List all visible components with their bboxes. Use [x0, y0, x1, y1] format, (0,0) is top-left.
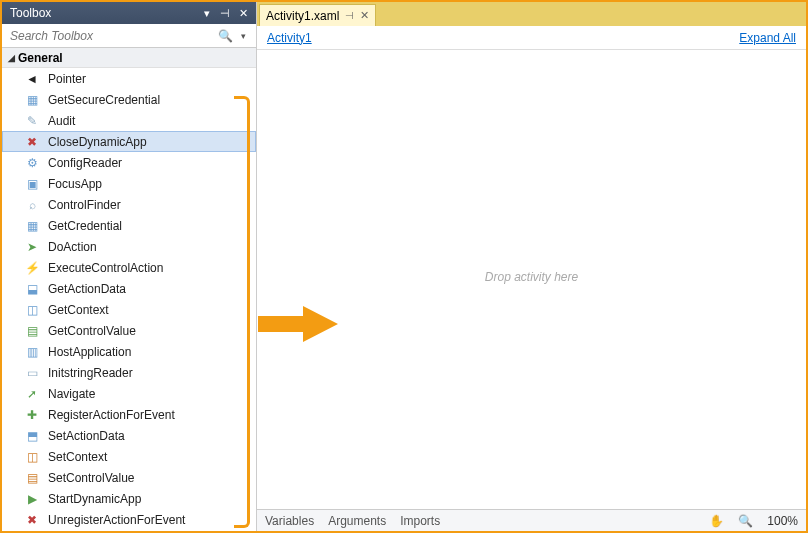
pointer-icon: ◄	[24, 71, 40, 87]
pan-icon[interactable]: ✋	[709, 514, 724, 528]
tool-item-label: Audit	[48, 114, 75, 128]
tool-item-label: InitstringReader	[48, 366, 133, 380]
pin-icon[interactable]: ⊣	[345, 10, 354, 21]
tool-item-getactiondata[interactable]: ⬓GetActionData	[2, 278, 256, 299]
tool-item-audit[interactable]: ✎Audit	[2, 110, 256, 131]
executecontrolaction-icon: ⚡	[24, 260, 40, 276]
tool-item-label: SetContext	[48, 450, 107, 464]
dropdown-icon[interactable]: ▾	[198, 4, 216, 22]
tool-item-label: SetActionData	[48, 429, 125, 443]
tool-item-getcontext[interactable]: ◫GetContext	[2, 299, 256, 320]
tool-item-getcredential[interactable]: ▦GetCredential	[2, 215, 256, 236]
toolbox-title: Toolbox	[10, 6, 51, 20]
tool-item-label: DoAction	[48, 240, 97, 254]
getactiondata-icon: ⬓	[24, 281, 40, 297]
tool-item-label: ControlFinder	[48, 198, 121, 212]
tool-item-setcontext[interactable]: ◫SetContext	[2, 446, 256, 467]
registeractionforevent-icon: ✚	[24, 407, 40, 423]
tool-item-label: GetContext	[48, 303, 109, 317]
tool-item-configreader[interactable]: ⚙ConfigReader	[2, 152, 256, 173]
breadcrumb-root[interactable]: Activity1	[267, 31, 312, 45]
startdynamicapp-icon: ▶	[24, 491, 40, 507]
tool-item-label: GetSecureCredential	[48, 93, 160, 107]
tool-item-label: GetActionData	[48, 282, 126, 296]
tool-item-label: FocusApp	[48, 177, 102, 191]
tool-item-label: Navigate	[48, 387, 95, 401]
expand-all-link[interactable]: Expand All	[739, 31, 796, 45]
setactiondata-icon: ⬒	[24, 428, 40, 444]
tool-item-label: HostApplication	[48, 345, 131, 359]
doaction-icon: ➤	[24, 239, 40, 255]
unregisteractionforevent-icon: ✖	[24, 512, 40, 528]
tool-item-label: SetControlValue	[48, 471, 135, 485]
bottom-tab-imports[interactable]: Imports	[400, 514, 440, 528]
tool-item-executecontrolaction[interactable]: ⚡ExecuteControlAction	[2, 257, 256, 278]
tool-item-label: UnregisterActionForEvent	[48, 513, 185, 527]
getcredential-icon: ▦	[24, 218, 40, 234]
getcontext-icon: ◫	[24, 302, 40, 318]
close-icon[interactable]: ✕	[360, 9, 369, 22]
toolbox-titlebar: Toolbox ▾ ⊣ ✕	[2, 2, 256, 24]
tool-item-registeractionforevent[interactable]: ✚RegisterActionForEvent	[2, 404, 256, 425]
tab-activity1[interactable]: Activity1.xaml ⊣ ✕	[259, 4, 376, 26]
getcontrolvalue-icon: ▤	[24, 323, 40, 339]
tool-item-label: ExecuteControlAction	[48, 261, 163, 275]
tool-item-label: RegisterActionForEvent	[48, 408, 175, 422]
getsecurecredential-icon: ▦	[24, 92, 40, 108]
category-label: General	[18, 51, 63, 65]
tool-item-doaction[interactable]: ➤DoAction	[2, 236, 256, 257]
tool-item-controlfinder[interactable]: ⌕ControlFinder	[2, 194, 256, 215]
initstringreader-icon: ▭	[24, 365, 40, 381]
tool-item-initstringreader[interactable]: ▭InitstringReader	[2, 362, 256, 383]
configreader-icon: ⚙	[24, 155, 40, 171]
pin-icon[interactable]: ⊣	[216, 4, 234, 22]
search-icon[interactable]: 🔍	[216, 29, 234, 43]
tool-item-label: CloseDynamicApp	[48, 135, 147, 149]
caret-down-icon: ◢	[8, 53, 18, 63]
tool-item-navigate[interactable]: ➚Navigate	[2, 383, 256, 404]
zoom-icon[interactable]: 🔍	[738, 514, 753, 528]
close-icon[interactable]: ✕	[234, 4, 252, 22]
tool-item-label: GetControlValue	[48, 324, 136, 338]
search-clear-icon[interactable]: ▾	[234, 31, 252, 41]
tool-item-getcontrolvalue[interactable]: ▤GetControlValue	[2, 320, 256, 341]
tool-item-pointer[interactable]: ◄Pointer	[2, 68, 256, 89]
setcontext-icon: ◫	[24, 449, 40, 465]
tool-item-startdynamicapp[interactable]: ▶StartDynamicApp	[2, 488, 256, 509]
bottom-bar: Variables Arguments Imports ✋ 🔍 100%	[257, 509, 806, 531]
tool-item-label: ConfigReader	[48, 156, 122, 170]
tool-item-label: StartDynamicApp	[48, 492, 141, 506]
setcontrolvalue-icon: ▤	[24, 470, 40, 486]
designer-panel: Activity1.xaml ⊣ ✕ Activity1 Expand All …	[257, 2, 806, 531]
bottom-tab-variables[interactable]: Variables	[265, 514, 314, 528]
zoom-level: 100%	[767, 514, 798, 528]
search-row: 🔍 ▾	[2, 24, 256, 48]
tab-strip: Activity1.xaml ⊣ ✕	[257, 2, 806, 26]
hostapplication-icon: ▥	[24, 344, 40, 360]
tool-item-closedynamicapp[interactable]: ✖CloseDynamicApp	[2, 131, 256, 152]
controlfinder-icon: ⌕	[24, 197, 40, 213]
drop-hint: Drop activity here	[485, 270, 578, 284]
tab-label: Activity1.xaml	[266, 9, 339, 23]
tool-item-focusapp[interactable]: ▣FocusApp	[2, 173, 256, 194]
tool-item-hostapplication[interactable]: ▥HostApplication	[2, 341, 256, 362]
audit-icon: ✎	[24, 113, 40, 129]
tool-item-setcontrolvalue[interactable]: ▤SetControlValue	[2, 467, 256, 488]
tool-item-setactiondata[interactable]: ⬒SetActionData	[2, 425, 256, 446]
breadcrumb-bar: Activity1 Expand All	[257, 26, 806, 50]
tool-item-getsecurecredential[interactable]: ▦GetSecureCredential	[2, 89, 256, 110]
tool-item-unregisteractionforevent[interactable]: ✖UnregisterActionForEvent	[2, 509, 256, 530]
navigate-icon: ➚	[24, 386, 40, 402]
closedynamicapp-icon: ✖	[24, 134, 40, 150]
toolbox-panel: Toolbox ▾ ⊣ ✕ 🔍 ▾ ◢ General ◄Pointer▦Get…	[2, 2, 257, 531]
search-input[interactable]	[6, 27, 216, 45]
designer-canvas[interactable]: Drop activity here	[257, 50, 806, 509]
toolbox-items: ◄Pointer▦GetSecureCredential✎Audit✖Close…	[2, 68, 256, 531]
tool-item-label: Pointer	[48, 72, 86, 86]
focusapp-icon: ▣	[24, 176, 40, 192]
bottom-tab-arguments[interactable]: Arguments	[328, 514, 386, 528]
tool-item-label: GetCredential	[48, 219, 122, 233]
category-header-general[interactable]: ◢ General	[2, 48, 256, 68]
